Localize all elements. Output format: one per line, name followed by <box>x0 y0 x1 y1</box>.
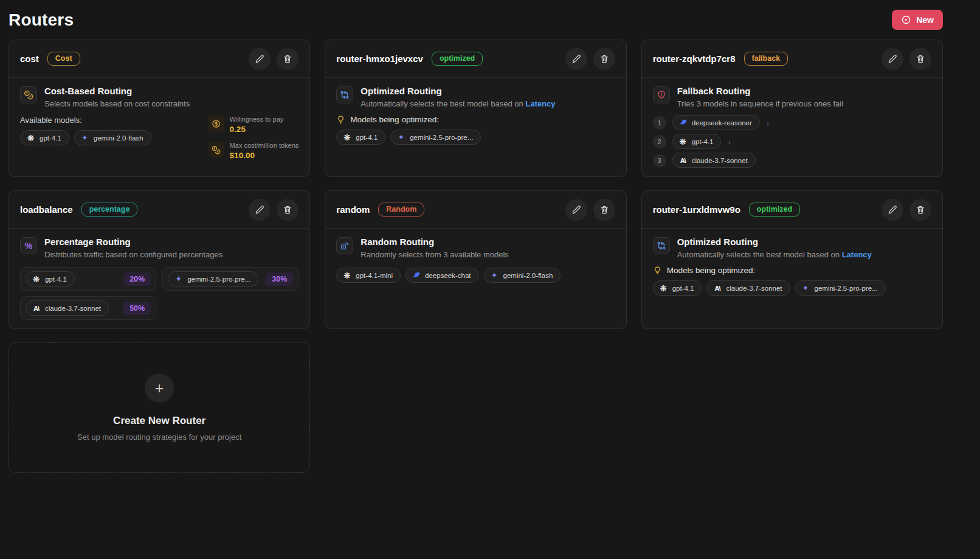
percent-badge: 20% <box>123 273 151 286</box>
anthropic-icon: A\ <box>32 304 41 313</box>
model-chip: A\ claude-3.7-sonnet <box>672 153 756 168</box>
router-type-badge: optimized <box>749 203 800 217</box>
strategy-description: Distributes traffic based on configured … <box>44 250 223 259</box>
delete-router-button[interactable] <box>593 48 615 70</box>
router-type-badge: fallback <box>744 52 788 66</box>
pencil-icon <box>888 54 897 64</box>
model-chip: ❋ gpt-4.1-mini <box>336 268 401 283</box>
delete-router-button[interactable] <box>909 48 931 70</box>
edit-router-button[interactable] <box>882 199 903 221</box>
delete-router-button[interactable] <box>277 48 298 70</box>
card-actions <box>249 48 298 70</box>
percent-badge: 30% <box>266 273 293 286</box>
edit-router-button[interactable] <box>565 199 587 221</box>
optimized-models-label: Models being optimized: <box>350 115 439 124</box>
create-router-subtitle: Set up model routing strategies for your… <box>77 432 241 442</box>
lightbulb-icon <box>336 115 345 124</box>
allocation-row: ✦ gemini-2.5-pro-pre... 30% <box>162 267 298 291</box>
router-type-badge: percentage <box>81 203 138 217</box>
model-chip: ❋ gpt-4.1 <box>653 280 702 296</box>
fallback-step: 2 ❋ gpt-4.1 ↓ <box>653 134 931 149</box>
card-body: Optimized Routing Automatically selects … <box>325 78 626 176</box>
model-chip: ✦ gemini-2.5-pro-pre... <box>168 271 258 286</box>
model-chip: ✦ gemini-2.0-flash <box>484 268 561 283</box>
router-name: router-1urxldmvw9o <box>653 204 740 215</box>
model-chips: ❋ gpt-4.1-mini deepseek-chat ✦ gemini-2.… <box>336 268 615 283</box>
card-body: Cost-Based Routing Selects models based … <box>9 78 309 176</box>
step-number: 1 <box>653 116 666 130</box>
delete-router-button[interactable] <box>593 199 615 221</box>
delete-router-button[interactable] <box>909 199 931 221</box>
edit-router-button[interactable] <box>882 48 903 70</box>
trash-icon <box>283 54 292 64</box>
router-card-hmxo1jevxcv: router-hmxo1jevxcv optimized <box>325 40 626 177</box>
edit-router-button[interactable] <box>565 48 587 70</box>
card-header: router-hmxo1jevxcv optimized <box>325 40 626 78</box>
model-chips: ❋ gpt-4.1 ✦ gemini-2.0-flash <box>20 130 151 145</box>
page-title: Routers <box>9 10 74 30</box>
strategy-title: Random Routing <box>361 237 509 248</box>
cost-stats: Willingness to pay 0.25 Max cost/million… <box>209 116 299 160</box>
pencil-icon <box>571 205 581 215</box>
openai-icon: ❋ <box>342 271 351 280</box>
model-chip: ✦ gemini-2.5-pro-pre... <box>390 130 481 145</box>
openai-icon: ❋ <box>342 133 351 142</box>
optimized-models-row: Models being optimized: <box>653 266 931 275</box>
pencil-icon <box>255 205 264 215</box>
strategy-description: Automatically selects the best model bas… <box>361 99 555 108</box>
arrow-down-icon: ↓ <box>727 137 731 146</box>
circle-dollar-icon <box>209 116 224 131</box>
card-actions <box>882 48 931 70</box>
coins-icon <box>20 86 37 103</box>
percent-badge: 50% <box>123 302 151 315</box>
create-router-title: Create New Router <box>113 415 205 427</box>
deepseek-icon <box>678 118 688 127</box>
router-name: cost <box>20 54 39 64</box>
model-chip: A\ claude-3.7-sonnet <box>706 280 790 296</box>
router-name: loadbalance <box>20 204 73 215</box>
card-body: % Percentage Routing Distributes traffic… <box>9 229 309 328</box>
gemini-icon: ✦ <box>396 133 405 142</box>
openai-icon: ❋ <box>659 283 668 293</box>
git-compare-icon <box>336 86 353 103</box>
model-chip: deepseek-chat <box>405 268 478 283</box>
latency-link: Latency <box>842 250 872 259</box>
create-new-router-card[interactable]: + Create New Router Set up model routing… <box>9 342 310 473</box>
openai-icon: ❋ <box>32 274 41 283</box>
trash-icon <box>599 205 609 215</box>
new-router-button[interactable]: New <box>892 10 943 30</box>
model-chip: A\ claude-3.7-sonnet <box>26 300 109 316</box>
card-header: router-zqkvtdp7cr8 fallback <box>642 40 942 78</box>
strategy-description: Selects models based on cost constraints <box>44 99 190 108</box>
router-card-zqkvtdp7cr8: router-zqkvtdp7cr8 fallback <box>641 40 943 177</box>
strategy-header: Cost-Based Routing Selects models based … <box>20 86 298 108</box>
model-chip: deepseek-reasoner <box>672 115 760 130</box>
gemini-icon: ✦ <box>174 274 183 283</box>
allocation-row: A\ claude-3.7-sonnet 50% <box>20 296 156 320</box>
edit-router-button[interactable] <box>249 48 271 70</box>
card-header: router-1urxldmvw9o optimized <box>642 191 942 229</box>
pencil-icon <box>255 54 264 64</box>
delete-router-button[interactable] <box>277 199 298 221</box>
anthropic-icon: A\ <box>713 283 722 293</box>
stat-value: $10.00 <box>230 151 299 160</box>
step-number: 3 <box>653 154 666 167</box>
card-actions <box>882 199 931 221</box>
model-chip: ❋ gpt-4.1 <box>336 130 385 145</box>
latency-link: Latency <box>525 99 555 108</box>
edit-router-button[interactable] <box>249 199 271 221</box>
trash-icon <box>916 205 925 215</box>
available-models-label: Available models: <box>20 116 151 125</box>
router-card-1urxldmvw9o: router-1urxldmvw9o optimized <box>641 190 943 329</box>
model-chip: ✦ gemini-2.5-pro-pre... <box>795 280 886 296</box>
card-header: cost Cost <box>9 40 309 78</box>
plus-icon[interactable]: + <box>145 373 174 403</box>
trash-icon <box>916 54 925 64</box>
pencil-icon <box>571 54 581 64</box>
optimized-models-label: Models being optimized: <box>667 266 756 275</box>
git-compare-icon <box>653 237 670 254</box>
router-type-badge: Random <box>378 203 424 217</box>
strategy-title: Percentage Routing <box>44 237 223 248</box>
strategy-header: Random Routing Randomly selects from 3 a… <box>336 237 615 259</box>
stat-value: 0.25 <box>230 125 284 134</box>
